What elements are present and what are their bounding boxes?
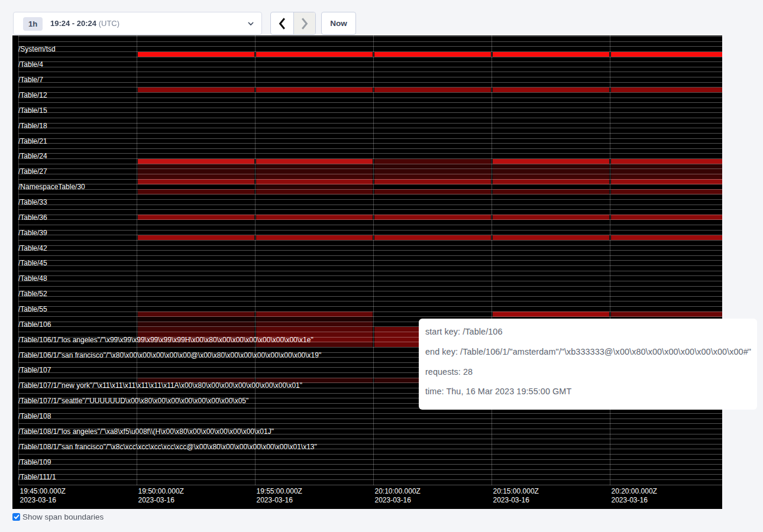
svg-text:/Table/21: /Table/21 xyxy=(18,137,47,145)
svg-text:/Table/106: /Table/106 xyxy=(18,320,51,329)
svg-text:2023-03-16: 2023-03-16 xyxy=(612,496,648,504)
svg-text:19:50:00.000Z: 19:50:00.000Z xyxy=(138,487,184,495)
svg-text:/Table/52: /Table/52 xyxy=(18,290,47,298)
svg-text:/Table/12: /Table/12 xyxy=(18,91,47,99)
svg-text:/Table/106/1/"san francisco"/": /Table/106/1/"san francisco"/"\x80\x00\x… xyxy=(18,351,321,359)
svg-text:/Table/7: /Table/7 xyxy=(18,76,43,84)
svg-text:/Table/24: /Table/24 xyxy=(18,152,47,160)
svg-text:/Table/33: /Table/33 xyxy=(18,198,47,206)
svg-text:19:45:00.000Z: 19:45:00.000Z xyxy=(20,487,66,495)
svg-text:/Table/39: /Table/39 xyxy=(18,229,47,237)
svg-text:20:15:00.000Z: 20:15:00.000Z xyxy=(493,487,539,495)
svg-text:/Table/27: /Table/27 xyxy=(18,167,47,176)
svg-text:2023-03-16: 2023-03-16 xyxy=(20,496,57,504)
svg-text:/Table/18: /Table/18 xyxy=(18,122,47,130)
svg-text:/Table/107/1/"new york"/"\x11\: /Table/107/1/"new york"/"\x11\x11\x11\x1… xyxy=(18,381,302,390)
svg-text:/Table/107: /Table/107 xyxy=(18,366,51,374)
svg-text:2023-03-16: 2023-03-16 xyxy=(257,496,293,504)
svg-text:/Table/107/1/"seattle"/"UUUUUU: /Table/107/1/"seattle"/"UUUUUUD\x00\x80\… xyxy=(18,397,248,405)
svg-text:20:20:00.000Z: 20:20:00.000Z xyxy=(612,487,657,495)
svg-text:/System/tsd: /System/tsd xyxy=(18,45,56,53)
svg-text:/Table/36: /Table/36 xyxy=(18,213,47,222)
svg-text:/NamespaceTable/30: /NamespaceTable/30 xyxy=(18,183,85,191)
svg-text:/Table/108: /Table/108 xyxy=(18,412,51,420)
svg-text:/Table/111/1: /Table/111/1 xyxy=(18,473,56,481)
svg-text:/Table/4: /Table/4 xyxy=(18,60,43,69)
svg-text:/Table/108/1/"san francisco"/": /Table/108/1/"san francisco"/"\x8c\xcc\x… xyxy=(18,443,317,451)
svg-text:19:55:00.000Z: 19:55:00.000Z xyxy=(257,487,302,495)
svg-text:/Table/42: /Table/42 xyxy=(18,244,47,252)
svg-text:20:10:00.000Z: 20:10:00.000Z xyxy=(375,487,421,495)
svg-text:2023-03-16: 2023-03-16 xyxy=(493,496,530,504)
svg-text:/Table/109: /Table/109 xyxy=(18,458,51,466)
svg-text:2023-03-16: 2023-03-16 xyxy=(375,496,412,504)
svg-text:/Table/106/1/"los angeles"/"\x: /Table/106/1/"los angeles"/"\x99\x99\x99… xyxy=(18,336,313,344)
svg-text:/Table/55: /Table/55 xyxy=(18,305,47,313)
svg-text:/Table/15: /Table/15 xyxy=(18,106,47,115)
svg-text:2023-03-16: 2023-03-16 xyxy=(138,496,175,504)
svg-text:/Table/108/1/"los angeles"/"\x: /Table/108/1/"los angeles"/"\xa8\xf5\u00… xyxy=(18,427,274,436)
svg-text:/Table/45: /Table/45 xyxy=(18,259,47,267)
svg-text:/Table/48: /Table/48 xyxy=(18,274,47,283)
